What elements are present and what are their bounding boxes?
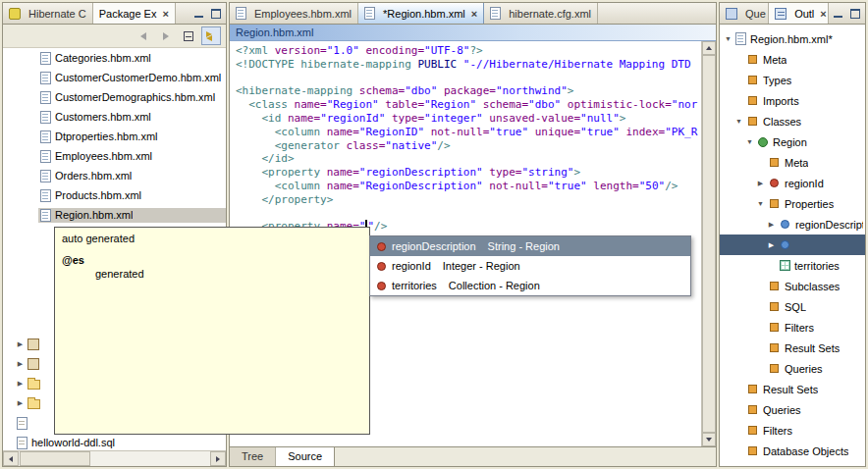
back-button[interactable] (134, 26, 153, 45)
code-line[interactable]: <generator class="native"/> (236, 139, 701, 153)
code-line[interactable]: <?xml version="1.0" encoding="UTF-8"?> (236, 44, 701, 58)
code-token: table= (379, 98, 424, 111)
assist-item-regionid[interactable]: regionIdInteger - Region (370, 256, 690, 276)
tree-item-item[interactable]: ▶ (720, 234, 865, 255)
maximize-button[interactable] (209, 8, 223, 20)
expand-toggle-icon[interactable]: ▶ (15, 380, 26, 388)
expand-toggle-icon[interactable]: ▶ (766, 241, 777, 249)
tree-item-dtproperties-hbm-xml[interactable]: Dtproperties.hbm.xml (3, 127, 226, 146)
code-line[interactable]: </id> (236, 152, 701, 166)
tree-item-types[interactable]: Types (720, 70, 865, 90)
code-line[interactable]: <column name="RegionDescription" not-nul… (236, 180, 701, 193)
scroll-left-button[interactable] (3, 451, 19, 466)
assist-item-regiondescription[interactable]: regionDescriptionString - Region (370, 236, 690, 256)
tree-item-categories-hbm-xml[interactable]: Categories.hbm.xml (3, 48, 226, 68)
tree-item-orders-hbm-xml[interactable]: Orders.hbm.xml (3, 166, 226, 185)
code-line[interactable]: </property> (236, 193, 701, 207)
code-line[interactable]: <!DOCTYPE hibernate-mapping PUBLIC "-//H… (236, 58, 701, 72)
editor-tab-region-hbm-xml[interactable]: *Region.hbm.xml× (358, 3, 484, 24)
tree-item-meta[interactable]: Meta (720, 49, 865, 70)
tab-source[interactable]: Source (276, 447, 335, 466)
tree-item-regionid[interactable]: ▶regionId (720, 173, 865, 193)
tree-item-region-hbm-xml[interactable]: ▼Region.hbm.xml* (720, 28, 865, 49)
view-tab-package-ex[interactable]: Package Ex× (93, 3, 176, 24)
collapse-all-button[interactable] (179, 26, 198, 45)
tab-tree[interactable]: Tree (230, 447, 276, 466)
editor-tabbar: Employees.hbm.xml*Region.hbm.xml×hiberna… (230, 3, 716, 25)
tree-item-products-hbm-xml[interactable]: Products.hbm.xml (3, 185, 226, 205)
code-line[interactable] (236, 207, 701, 221)
link-with-editor-button[interactable] (201, 26, 221, 45)
scrollbar-thumb[interactable] (702, 55, 716, 433)
scroll-right-button[interactable] (210, 451, 226, 466)
scroll-down-button[interactable] (702, 433, 716, 446)
tree-item-result-sets[interactable]: Result Sets (720, 379, 865, 399)
code-line[interactable]: <class name="Region" table="Region" sche… (236, 98, 701, 112)
tree-item-database-objects[interactable]: Database Objects (720, 441, 865, 461)
tree-item-region-hbm-xml[interactable]: Region.hbm.xml (3, 205, 226, 225)
code-token: "regionId" (320, 112, 385, 125)
prop-icon (781, 240, 789, 249)
code-token: <id (262, 112, 289, 125)
tree-item-regiondescription[interactable]: ▶regionDescription (720, 214, 865, 234)
tree-item-customers-hbm-xml[interactable]: Customers.hbm.xml (3, 107, 226, 127)
code-token: <class (248, 98, 294, 111)
tree-item-region[interactable]: ▼Region (720, 131, 865, 152)
scrollbar-thumb[interactable] (20, 451, 90, 466)
tree-item-territories[interactable]: territories (720, 255, 865, 276)
code-token: <column (275, 126, 327, 138)
tree-item-content: Queries (744, 402, 865, 417)
tree-item-filters[interactable]: Filters (720, 420, 865, 441)
collapse-toggle-icon[interactable]: ▼ (755, 200, 766, 207)
tree-item-customercustomerdemo-hbm-xml[interactable]: CustomerCustomerDemo.hbm.xml (3, 68, 226, 87)
tree-item-result-sets[interactable]: Result Sets (720, 338, 865, 358)
collapse-toggle-icon[interactable]: ▼ (723, 35, 733, 42)
expand-toggle-icon[interactable]: ▶ (766, 221, 777, 229)
file-xml-icon (40, 52, 51, 65)
file-xml-icon (40, 189, 51, 202)
tree-item-classes[interactable]: ▼Classes (720, 111, 865, 131)
tree-item-imports[interactable]: Imports (720, 90, 865, 111)
code-line[interactable]: <id name="regionId" type="integer" unsav… (236, 112, 701, 126)
minimize-button[interactable] (192, 8, 206, 20)
view-tab-outl[interactable]: Outl× (769, 3, 829, 24)
forward-button[interactable] (156, 26, 176, 45)
code-line[interactable] (236, 72, 701, 85)
tree-item-filters[interactable]: Filters (720, 317, 865, 338)
code-line[interactable]: <property name="regionDescription" type=… (236, 166, 701, 180)
collapse-toggle-icon[interactable]: ▼ (733, 118, 744, 125)
close-icon[interactable]: × (820, 8, 826, 20)
editor-tab-employees-hbm-xml[interactable]: Employees.hbm.xml (230, 3, 358, 24)
assist-item-territories[interactable]: territoriesCollection - Region (370, 276, 690, 295)
code-token: name= (327, 180, 359, 192)
node-icon (770, 199, 779, 208)
collapse-toggle-icon[interactable]: ▼ (744, 138, 755, 145)
tree-item-employees-hbm-xml[interactable]: Employees.hbm.xml (3, 146, 226, 166)
tree-item-queries[interactable]: Queries (720, 358, 865, 379)
editor-tab-hibernate-cfg-xml[interactable]: hibernate.cfg.xml (484, 3, 598, 24)
close-icon[interactable]: × (471, 8, 477, 20)
close-icon[interactable]: × (162, 8, 168, 20)
expand-toggle-icon[interactable]: ▶ (15, 340, 26, 348)
tree-item-customerdemographics-hbm-xml[interactable]: CustomerDemographics.hbm.xml (3, 87, 226, 107)
scroll-up-button[interactable] (702, 41, 716, 55)
assist-item-name: regionId (392, 260, 431, 272)
view-tab-hibernate-c[interactable]: Hibernate C (3, 3, 93, 24)
tree-item-helloworld-ddl-sql[interactable]: helloworld-ddl.sql (3, 433, 226, 450)
tree-item-queries[interactable]: Queries (720, 399, 865, 420)
view-tab-que[interactable]: Que (720, 3, 769, 24)
code-token: "1.0" (327, 44, 359, 57)
expand-toggle-icon[interactable]: ▶ (15, 360, 26, 368)
editor-page-tabs: Tree Source (230, 446, 716, 466)
tree-item-subclasses[interactable]: Subclasses (720, 276, 865, 296)
expand-toggle-icon[interactable]: ▶ (15, 399, 26, 407)
maximize-button[interactable] (848, 8, 862, 20)
expand-toggle-icon[interactable]: ▶ (755, 180, 766, 187)
code-line[interactable]: <hibernate-mapping schema="dbo" package=… (236, 84, 701, 98)
tree-item-meta[interactable]: Meta (720, 152, 865, 173)
tree-item-properties[interactable]: ▼Properties (720, 193, 865, 214)
minimize-button[interactable] (832, 8, 845, 20)
tree-item-sql[interactable]: SQL (720, 296, 865, 317)
code-line[interactable]: <column name="RegionID" not-null="true" … (236, 126, 701, 139)
right-view-tabs: QueOutl× (720, 3, 829, 24)
